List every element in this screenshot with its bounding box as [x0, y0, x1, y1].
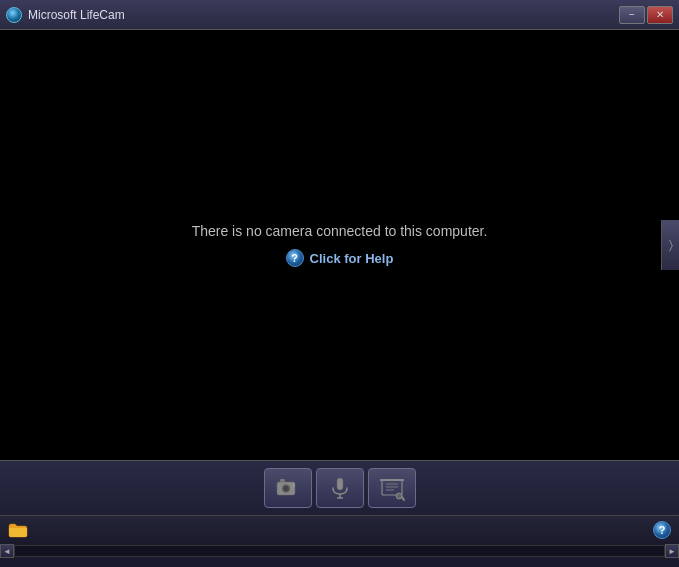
camera-icon — [274, 474, 302, 502]
settings-button[interactable] — [368, 468, 416, 508]
scroll-track[interactable] — [14, 545, 665, 557]
bottom-toolbar — [0, 460, 679, 515]
scroll-left-button[interactable]: ◄ — [0, 544, 14, 558]
status-bar: ? — [0, 515, 679, 543]
scroll-right-button[interactable]: ► — [665, 544, 679, 558]
folder-button[interactable] — [8, 522, 28, 538]
title-bar-controls: − ✕ — [619, 6, 673, 24]
svg-rect-5 — [337, 478, 343, 490]
horizontal-scrollbar[interactable]: ◄ ► — [0, 543, 679, 559]
folder-icon — [8, 522, 28, 538]
help-link-text: Click for Help — [310, 251, 394, 266]
title-bar-left: Microsoft LifeCam — [6, 7, 125, 23]
help-circle-icon: ? — [286, 249, 304, 267]
svg-rect-9 — [380, 479, 404, 481]
help-link[interactable]: ? Click for Help — [286, 249, 394, 267]
microphone-icon — [326, 474, 354, 502]
window-title: Microsoft LifeCam — [28, 8, 125, 22]
close-button[interactable]: ✕ — [647, 6, 673, 24]
svg-point-2 — [283, 486, 288, 491]
svg-rect-4 — [293, 483, 295, 487]
microphone-button[interactable] — [316, 468, 364, 508]
camera-button[interactable] — [264, 468, 312, 508]
title-bar: Microsoft LifeCam − ✕ — [0, 0, 679, 30]
camera-viewport: There is no camera connected to this com… — [0, 30, 679, 460]
svg-point-14 — [396, 493, 402, 499]
no-camera-message: There is no camera connected to this com… — [192, 223, 488, 239]
svg-rect-3 — [280, 479, 285, 482]
settings-icon — [378, 474, 406, 502]
app-icon — [6, 7, 22, 23]
minimize-button[interactable]: − — [619, 6, 645, 24]
side-panel-toggle[interactable]: 〉 — [661, 220, 679, 270]
status-help-button[interactable]: ? — [653, 521, 671, 539]
